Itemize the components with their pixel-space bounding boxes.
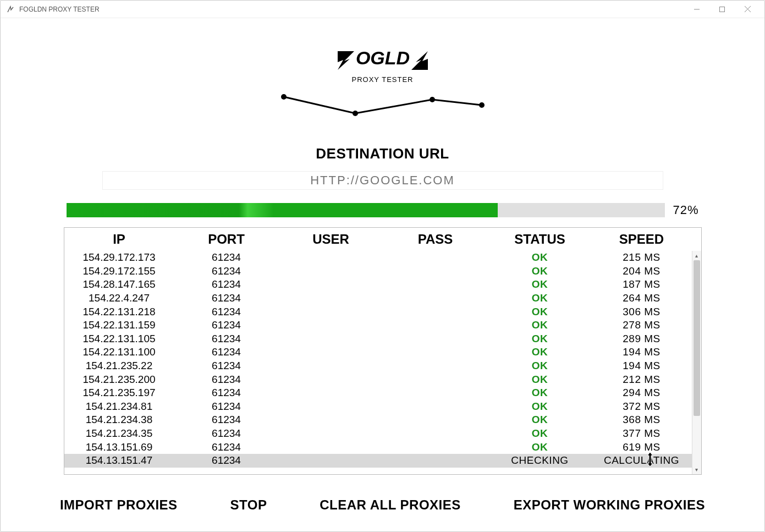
cell-port: 61234 [174, 387, 279, 399]
cell-port: 61234 [174, 454, 279, 467]
proxy-table: IP PORT USER PASS STATUS SPEED 154.29.17… [64, 227, 702, 475]
header-user[interactable]: USER [279, 232, 383, 247]
table-row[interactable]: 154.21.235.20061234OK212 MS [64, 372, 701, 386]
cell-speed: 194 MS [592, 346, 691, 358]
cell-speed: 278 MS [592, 319, 691, 331]
cell-ip: 154.13.151.47 [64, 454, 174, 467]
cell-speed: 619 MS [592, 441, 691, 453]
cell-ip: 154.22.131.100 [64, 346, 174, 358]
cell-speed: 212 MS [592, 374, 691, 386]
cell-status: OK [488, 346, 592, 358]
cell-ip: 154.22.131.159 [64, 319, 174, 331]
table-row[interactable]: 154.21.234.8161234OK372 MS [64, 400, 701, 414]
cell-status: OK [488, 265, 592, 277]
export-working-proxies-button[interactable]: EXPORT WORKING PROXIES [514, 497, 705, 513]
cell-port: 61234 [174, 306, 279, 318]
cell-port: 61234 [174, 346, 279, 358]
table-row[interactable]: 154.22.131.10061234OK194 MS [64, 345, 701, 359]
cell-port: 61234 [174, 360, 279, 372]
cell-speed: 194 MS [592, 360, 691, 372]
table-row[interactable]: 154.21.235.19761234OK294 MS [64, 386, 701, 400]
table-row[interactable]: 154.13.151.6961234OK619 MS [64, 440, 701, 454]
cell-ip: 154.22.131.218 [64, 306, 174, 318]
cell-port: 61234 [174, 333, 279, 345]
cell-speed: 306 MS [592, 306, 691, 318]
cell-port: 61234 [174, 401, 279, 413]
close-button[interactable] [735, 1, 760, 18]
stop-button[interactable]: STOP [230, 497, 267, 513]
scroll-up-arrow-icon[interactable]: ▴ [692, 251, 701, 260]
header-speed[interactable]: SPEED [592, 232, 691, 247]
cell-port: 61234 [174, 265, 279, 277]
cell-speed: 377 MS [592, 427, 691, 440]
progress-percent-label: 72% [673, 203, 698, 217]
svg-point-5 [281, 94, 287, 100]
table-row[interactable]: 154.22.131.15961234OK278 MS [64, 319, 701, 332]
scroll-track[interactable] [692, 260, 701, 465]
vertical-scrollbar[interactable]: ▴ ▾ [692, 251, 701, 474]
clear-all-proxies-button[interactable]: CLEAR ALL PROXIES [320, 497, 461, 513]
cell-ip: 154.28.147.165 [64, 278, 174, 290]
svg-rect-1 [720, 7, 725, 12]
header-port[interactable]: PORT [174, 232, 279, 247]
cell-ip: 154.29.172.173 [64, 251, 174, 264]
table-row[interactable]: 154.29.172.15561234OK204 MS [64, 265, 701, 278]
table-row[interactable]: 154.22.131.21861234OK306 MS [64, 305, 701, 319]
destination-url-label: DESTINATION URL [316, 145, 449, 162]
cell-ip: 154.21.235.197 [64, 387, 174, 399]
header-pass[interactable]: PASS [383, 232, 488, 247]
table-row[interactable]: 154.22.131.10561234OK289 MS [64, 332, 701, 346]
scroll-thumb[interactable] [694, 260, 700, 416]
minimize-button[interactable] [684, 1, 709, 18]
cell-status: OK [488, 374, 592, 386]
header-ip[interactable]: IP [64, 232, 174, 247]
cell-status: OK [488, 319, 592, 331]
cell-ip: 154.13.151.69 [64, 441, 174, 453]
table-row[interactable]: 154.21.234.3561234OK377 MS [64, 427, 701, 441]
cell-ip: 154.22.4.247 [64, 292, 174, 304]
table-row[interactable]: 154.28.147.16561234OK187 MS [64, 278, 701, 292]
cell-ip: 154.21.234.38 [64, 414, 174, 426]
cell-speed: CALCULATING [592, 454, 691, 467]
cell-ip: 154.21.235.22 [64, 360, 174, 372]
bottom-toolbar: IMPORT PROXIES STOP CLEAR ALL PROXIES EX… [1, 485, 764, 531]
cell-port: 61234 [174, 319, 279, 331]
cell-port: 61234 [174, 292, 279, 304]
cell-speed: 289 MS [592, 333, 691, 345]
scroll-down-arrow-icon[interactable]: ▾ [692, 465, 701, 474]
header-status[interactable]: STATUS [488, 232, 592, 247]
table-row[interactable]: 154.13.151.4761234CHECKINGCALCULATING [64, 454, 701, 468]
svg-text:OGLD: OGLD [355, 47, 409, 68]
cell-status: OK [488, 360, 592, 372]
cell-ip: 154.21.235.200 [64, 374, 174, 386]
cell-speed: 294 MS [592, 387, 691, 399]
svg-point-8 [479, 102, 485, 108]
resize-cursor-icon [645, 452, 655, 469]
maximize-button[interactable] [709, 1, 735, 18]
cell-status: OK [488, 251, 592, 264]
cell-speed: 264 MS [592, 292, 691, 304]
cell-status: OK [488, 387, 592, 399]
cell-ip: 154.21.234.35 [64, 427, 174, 440]
logo-svg: OGLD [278, 46, 487, 75]
table-row[interactable]: 154.22.4.24761234OK264 MS [64, 292, 701, 305]
table-row[interactable]: 154.29.172.17361234OK215 MS [64, 251, 701, 265]
cell-status: OK [488, 333, 592, 345]
cell-port: 61234 [174, 427, 279, 440]
table-row[interactable]: 154.21.235.2261234OK194 MS [64, 359, 701, 373]
cell-speed: 187 MS [592, 278, 691, 290]
cell-port: 61234 [174, 414, 279, 426]
svg-point-7 [430, 97, 435, 102]
sparkline-icon [278, 91, 487, 119]
cell-status: OK [488, 427, 592, 440]
table-header-row: IP PORT USER PASS STATUS SPEED [64, 228, 701, 251]
destination-url-input[interactable] [102, 171, 663, 190]
cell-port: 61234 [174, 278, 279, 290]
cell-speed: 372 MS [592, 401, 691, 413]
cell-status: OK [488, 306, 592, 318]
cell-status: OK [488, 414, 592, 426]
cell-speed: 204 MS [592, 265, 691, 277]
table-row[interactable]: 154.21.234.3861234OK368 MS [64, 413, 701, 427]
cell-port: 61234 [174, 441, 279, 453]
import-proxies-button[interactable]: IMPORT PROXIES [60, 497, 178, 513]
